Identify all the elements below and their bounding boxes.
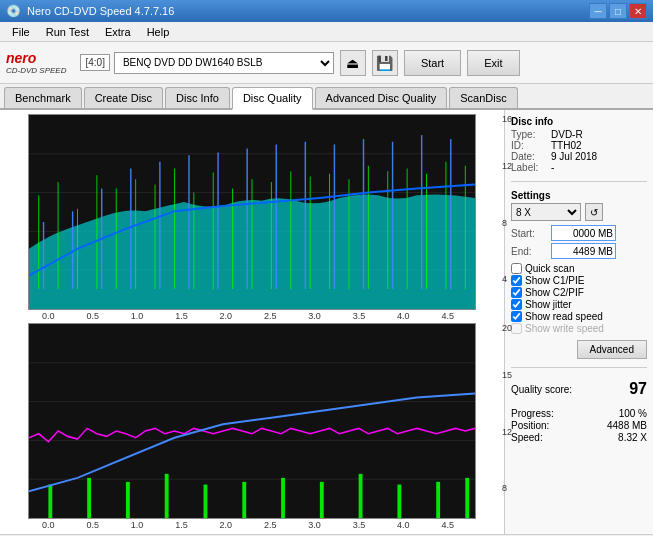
- chart2-wrapper: 108642: [0, 323, 500, 530]
- menu-run-test[interactable]: Run Test: [38, 24, 97, 40]
- drive-label: [4:0]: [80, 54, 109, 71]
- progress-row: Progress: 100 %: [511, 408, 647, 419]
- disc-type-row: Type: DVD-R: [511, 129, 647, 140]
- chart1-wrapper: 108642: [0, 114, 500, 321]
- show-c2pif-label: Show C2/PIF: [525, 287, 584, 298]
- quick-scan-row: Quick scan: [511, 263, 647, 274]
- logo-subtitle: CD-DVD SPEED: [6, 66, 66, 75]
- window-controls: ─ □ ✕: [589, 3, 647, 19]
- svg-rect-48: [48, 485, 52, 518]
- show-read-speed-label: Show read speed: [525, 311, 603, 322]
- chart2: [28, 323, 476, 519]
- svg-rect-54: [281, 478, 285, 518]
- tab-bar: Benchmark Create Disc Disc Info Disc Qua…: [0, 84, 653, 110]
- disc-id-row: ID: TTH02: [511, 140, 647, 151]
- menu-help[interactable]: Help: [139, 24, 178, 40]
- show-write-speed-row: Show write speed: [511, 323, 647, 334]
- end-row: End:: [511, 243, 647, 259]
- eject-button[interactable]: ⏏: [340, 50, 366, 76]
- chart1-y-right: 161284: [502, 114, 522, 321]
- start-input[interactable]: [551, 225, 616, 241]
- drive-select-area: [4:0] BENQ DVD DD DW1640 BSLB: [80, 52, 333, 74]
- show-write-speed-label: Show write speed: [525, 323, 604, 334]
- charts-area: 108642: [0, 110, 505, 534]
- chart1: [28, 114, 476, 310]
- type-value: DVD-R: [551, 129, 583, 140]
- tab-disc-info[interactable]: Disc Info: [165, 87, 230, 108]
- advanced-button[interactable]: Advanced: [577, 340, 647, 359]
- label-value: -: [551, 162, 554, 173]
- svg-rect-57: [397, 485, 401, 518]
- tab-benchmark[interactable]: Benchmark: [4, 87, 82, 108]
- settings-section: Settings 8 X ↺ Start: End: Quick scan: [511, 190, 647, 359]
- end-input[interactable]: [551, 243, 616, 259]
- logo: nero CD-DVD SPEED: [6, 50, 66, 75]
- position-row: Position: 4488 MB: [511, 420, 647, 431]
- quality-score-row: Quality score: 97: [511, 380, 647, 398]
- show-read-speed-row: Show read speed: [511, 311, 647, 322]
- chart2-y-right: 2015128: [502, 323, 522, 530]
- tab-disc-quality[interactable]: Disc Quality: [232, 87, 313, 110]
- svg-rect-51: [165, 474, 169, 518]
- drive-dropdown[interactable]: BENQ DVD DD DW1640 BSLB: [114, 52, 334, 74]
- title-bar: 💿 Nero CD-DVD Speed 4.7.7.16 ─ □ ✕: [0, 0, 653, 22]
- svg-rect-52: [204, 485, 208, 518]
- show-jitter-row: Show jitter: [511, 299, 647, 310]
- show-c1pie-row: Show C1/PIE: [511, 275, 647, 286]
- maximize-button[interactable]: □: [609, 3, 627, 19]
- tab-scandisc[interactable]: ScanDisc: [449, 87, 517, 108]
- disc-disc-label-row: Label: -: [511, 162, 647, 173]
- speed-value: 8.32 X: [618, 432, 647, 443]
- svg-rect-59: [465, 478, 469, 518]
- svg-rect-56: [359, 474, 363, 518]
- disc-info-section: Disc info Type: DVD-R ID: TTH02 Date: 9 …: [511, 116, 647, 173]
- menu-bar: File Run Test Extra Help: [0, 22, 653, 42]
- exit-button[interactable]: Exit: [467, 50, 519, 76]
- start-button[interactable]: Start: [404, 50, 461, 76]
- chart1-x-axis: 0.00.51.01.52.02.53.03.54.04.5: [22, 310, 454, 321]
- divider1: [511, 181, 647, 182]
- id-value: TTH02: [551, 140, 582, 151]
- chart2-x-axis: 0.00.51.01.52.02.53.03.54.04.5: [22, 519, 454, 530]
- svg-rect-49: [87, 478, 91, 518]
- main-content: 108642: [0, 110, 653, 534]
- start-row: Start:: [511, 225, 647, 241]
- position-value: 4488 MB: [607, 420, 647, 431]
- tab-create-disc[interactable]: Create Disc: [84, 87, 163, 108]
- date-value: 9 Jul 2018: [551, 151, 597, 162]
- minimize-button[interactable]: ─: [589, 3, 607, 19]
- svg-rect-50: [126, 482, 130, 518]
- settings-title: Settings: [511, 190, 647, 201]
- speed-row2: Speed: 8.32 X: [511, 432, 647, 443]
- quick-scan-label: Quick scan: [525, 263, 574, 274]
- title-bar-text: Nero CD-DVD Speed 4.7.7.16: [27, 5, 589, 17]
- svg-rect-55: [320, 482, 324, 518]
- toolbar: nero CD-DVD SPEED [4:0] BENQ DVD DD DW16…: [0, 42, 653, 84]
- progress-value: 100 %: [619, 408, 647, 419]
- svg-rect-58: [436, 482, 440, 518]
- tab-advanced-disc-quality[interactable]: Advanced Disc Quality: [315, 87, 448, 108]
- refresh-button[interactable]: ↺: [585, 203, 603, 221]
- show-jitter-label: Show jitter: [525, 299, 572, 310]
- close-button[interactable]: ✕: [629, 3, 647, 19]
- app-icon: 💿: [6, 4, 21, 18]
- progress-section: Progress: 100 % Position: 4488 MB Speed:…: [511, 408, 647, 443]
- quality-score-value: 97: [629, 380, 647, 398]
- show-c1pie-label: Show C1/PIE: [525, 275, 584, 286]
- logo-nero: nero: [6, 50, 66, 66]
- disc-info-title: Disc info: [511, 116, 647, 127]
- menu-file[interactable]: File: [4, 24, 38, 40]
- speed-row: 8 X ↺: [511, 203, 647, 221]
- divider2: [511, 367, 647, 368]
- svg-rect-53: [242, 482, 246, 518]
- info-panel: Disc info Type: DVD-R ID: TTH02 Date: 9 …: [505, 110, 653, 534]
- save-button[interactable]: 💾: [372, 50, 398, 76]
- menu-extra[interactable]: Extra: [97, 24, 139, 40]
- show-c2pif-row: Show C2/PIF: [511, 287, 647, 298]
- disc-date-row: Date: 9 Jul 2018: [511, 151, 647, 162]
